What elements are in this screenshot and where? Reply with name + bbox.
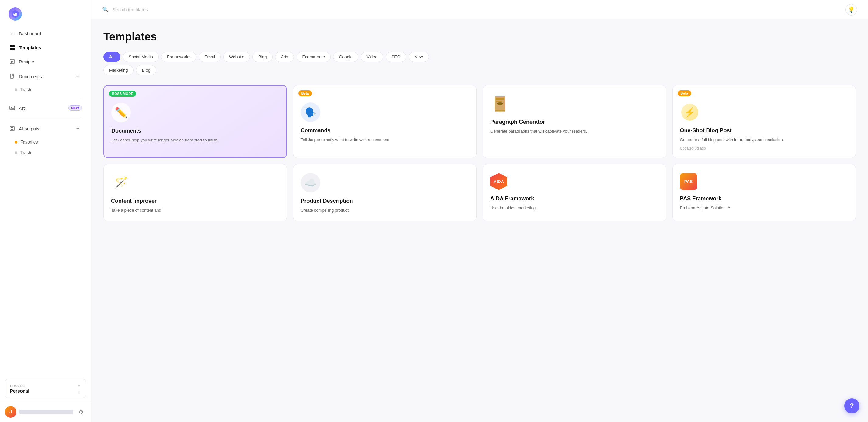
template-card-paragraph[interactable]: Paragraph Generator Generate paragraphs … — [483, 85, 666, 158]
recipes-icon — [9, 58, 15, 64]
card-description: Generate a full blog post with intro, bo… — [680, 137, 848, 143]
sidebar-item-label: Favorites — [20, 139, 38, 144]
home-icon: ⌂ — [9, 30, 15, 36]
card-title: Documents — [111, 128, 279, 134]
filter-ecommerce[interactable]: Ecommerce — [297, 52, 331, 62]
documents-add-button[interactable]: + — [74, 72, 82, 80]
ai-outputs-add-button[interactable]: + — [74, 125, 82, 133]
svg-rect-13 — [11, 62, 12, 63]
sidebar-item-label: Dashboard — [19, 31, 82, 36]
svg-rect-8 — [10, 48, 12, 50]
sidebar-item-documents[interactable]: Documents + — [5, 69, 86, 84]
svg-point-5 — [16, 13, 17, 14]
beta-badge: Beta — [678, 90, 691, 96]
card-title: PAS Framework — [680, 195, 848, 202]
filter-video[interactable]: Video — [361, 52, 383, 62]
avatar: J — [5, 406, 17, 418]
project-selector[interactable]: PROJECT Personal ⌃⌄ — [5, 379, 86, 398]
ai-outputs-icon — [9, 126, 15, 132]
sidebar-item-label: Trash — [20, 87, 31, 92]
help-button[interactable]: ? — [844, 398, 860, 414]
dot-yellow-icon — [14, 141, 17, 143]
card-description: Take a piece of content and — [111, 207, 279, 214]
logo-area — [0, 0, 91, 27]
topbar: 🔍 💡 — [91, 0, 868, 20]
dot-icon — [14, 89, 17, 91]
filter-blog[interactable]: Blog — [252, 52, 273, 62]
card-title: Commands — [301, 127, 469, 134]
card-title: Content Improver — [111, 198, 279, 204]
svg-rect-12 — [11, 61, 13, 62]
divider — [10, 98, 81, 98]
project-info: PROJECT Personal — [10, 384, 29, 393]
template-card-one-shot[interactable]: Beta ⚡ One-Shot Blog Post Generate a ful… — [673, 85, 856, 158]
svg-point-4 — [14, 13, 14, 14]
sidebar-item-favorites[interactable]: Favorites — [5, 137, 86, 147]
project-name: Personal — [10, 388, 29, 393]
beta-badge: Beta — [298, 90, 312, 96]
filter-marketing[interactable]: Marketing — [103, 65, 133, 75]
template-card-product-description[interactable]: ☁️ Product Description Create compelling… — [293, 164, 477, 221]
template-card-documents[interactable]: BOSS MODE ✏️ Documents Let Jasper help y… — [103, 85, 287, 158]
svg-rect-11 — [11, 61, 13, 61]
sidebar-item-dashboard[interactable]: ⌂ Dashboard — [5, 27, 86, 40]
sidebar-item-label: Art — [19, 105, 65, 111]
card-description: Let Jasper help you write longer article… — [111, 137, 279, 143]
svg-point-29 — [497, 102, 503, 105]
template-grid: BOSS MODE ✏️ Documents Let Jasper help y… — [103, 85, 856, 221]
svg-rect-19 — [10, 127, 14, 131]
sidebar-item-templates[interactable]: Templates — [5, 41, 86, 54]
card-description: Problem-Agitate-Solution. A — [680, 205, 848, 211]
sidebar-footer: J ⚙ — [0, 402, 91, 422]
light-mode-button[interactable]: 💡 — [845, 4, 857, 15]
sidebar-item-art[interactable]: Art NEW — [5, 101, 86, 115]
svg-rect-9 — [12, 48, 14, 50]
divider — [10, 118, 81, 118]
filter-website[interactable]: Website — [223, 52, 250, 62]
sidebar-item-trash[interactable]: Trash — [5, 85, 86, 95]
filter-email[interactable]: Email — [198, 52, 221, 62]
card-description: Tell Jasper exactly what to write with a… — [301, 137, 469, 143]
filter-all[interactable]: All — [103, 52, 120, 62]
filter-new[interactable]: New — [409, 52, 429, 62]
pas-badge-icon: PAS — [680, 173, 697, 190]
filter-google[interactable]: Google — [333, 52, 358, 62]
boss-mode-badge: BOSS MODE — [109, 91, 136, 97]
filter-blog2[interactable]: Blog — [136, 65, 156, 75]
search-input[interactable] — [112, 7, 842, 12]
card-description: Use the oldest marketing — [490, 205, 659, 211]
wand-card-icon: 🪄 — [111, 173, 130, 192]
documents-card-icon: ✏️ — [111, 103, 131, 122]
sidebar-item-trash2[interactable]: Trash — [5, 148, 86, 158]
new-badge: NEW — [68, 105, 82, 111]
sidebar-item-label: Recipes — [19, 59, 82, 64]
content-area: Templates All Social Media Frameworks Em… — [91, 20, 868, 422]
svg-point-25 — [495, 110, 505, 112]
filter-frameworks[interactable]: Frameworks — [161, 52, 196, 62]
card-title: Product Description — [301, 198, 469, 204]
template-card-content-improver[interactable]: 🪄 Content Improver Take a piece of conte… — [103, 164, 287, 221]
filter-seo[interactable]: SEO — [385, 52, 406, 62]
sidebar-item-label: AI outputs — [19, 126, 70, 131]
settings-button[interactable]: ⚙ — [76, 407, 86, 417]
paragraph-card-icon — [490, 94, 510, 113]
svg-rect-7 — [12, 45, 14, 47]
page-title: Templates — [103, 30, 856, 43]
filter-ads[interactable]: Ads — [275, 52, 294, 62]
card-title: Paragraph Generator — [490, 119, 659, 125]
sidebar-item-recipes[interactable]: Recipes — [5, 55, 86, 68]
sidebar: ⌂ Dashboard Templates Recipes Documents … — [0, 0, 91, 422]
card-updated: Updated 5d ago — [680, 146, 848, 151]
search-icon: 🔍 — [102, 6, 108, 13]
sidebar-item-ai-outputs[interactable]: AI outputs + — [5, 121, 86, 136]
template-card-aida[interactable]: AIDA AIDA Framework Use the oldest marke… — [483, 164, 666, 221]
template-card-pas[interactable]: PAS PAS Framework Problem-Agitate-Soluti… — [673, 164, 856, 221]
svg-rect-23 — [12, 129, 13, 130]
svg-rect-17 — [10, 106, 14, 110]
documents-icon — [9, 73, 15, 79]
template-card-commands[interactable]: Beta 🗣️ Commands Tell Jasper exactly wha… — [293, 85, 477, 158]
sidebar-item-label: Documents — [19, 74, 70, 79]
project-label: PROJECT — [10, 384, 29, 388]
filter-social-media[interactable]: Social Media — [123, 52, 159, 62]
app-logo — [8, 7, 22, 21]
